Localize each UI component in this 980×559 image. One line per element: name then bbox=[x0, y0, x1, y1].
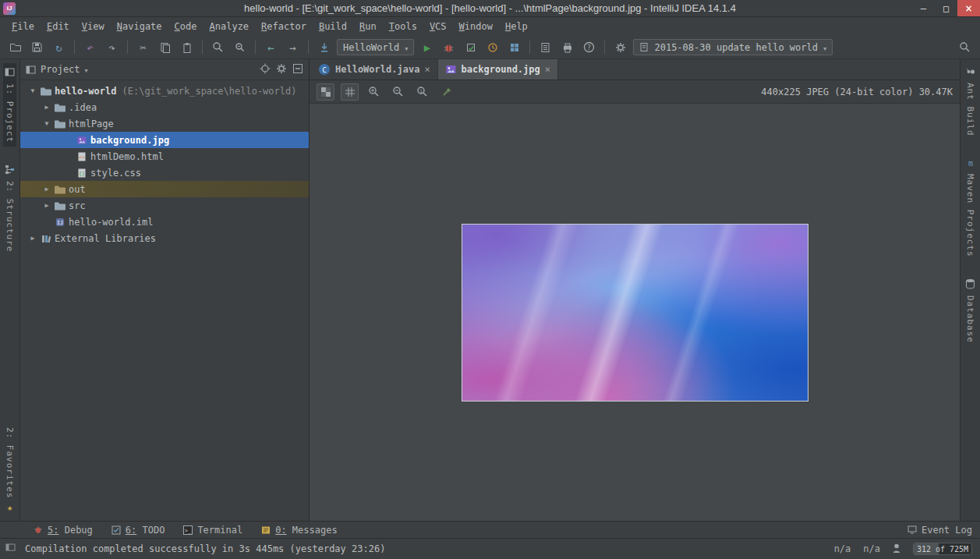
back-icon[interactable]: ← bbox=[262, 39, 280, 56]
encoding-indicator[interactable]: n/a bbox=[863, 543, 880, 554]
image-file-icon bbox=[445, 64, 457, 75]
menu-edit[interactable]: Edit bbox=[41, 19, 75, 34]
forward-icon[interactable]: → bbox=[284, 39, 302, 56]
replace-icon[interactable] bbox=[231, 39, 249, 56]
vcs-message-combo[interactable]: 2015-08-30 update hello world bbox=[633, 39, 833, 55]
paste-icon[interactable] bbox=[178, 39, 196, 56]
project-panel: Project hello-world (E:\git_work_space\h… bbox=[20, 59, 310, 521]
tool-button-project[interactable]: 1: Project bbox=[3, 63, 16, 147]
redo-icon[interactable]: ↷ bbox=[103, 39, 121, 56]
tree-item-idea-folder[interactable]: .idea bbox=[20, 99, 309, 115]
collapse-all-icon[interactable] bbox=[292, 63, 303, 76]
tab-label: HelloWorld.java bbox=[335, 64, 419, 75]
dashboard-grid-icon[interactable] bbox=[505, 39, 523, 56]
chevron-expanded-icon[interactable] bbox=[27, 87, 39, 94]
structure-tool-icon bbox=[5, 165, 15, 177]
menu-vcs[interactable]: VCS bbox=[424, 19, 452, 34]
run-config-combo[interactable]: HelloWorld bbox=[337, 39, 414, 55]
tree-item-htmlpage-folder[interactable]: htmlPage bbox=[20, 115, 309, 132]
menu-refactor[interactable]: Refactor bbox=[256, 19, 312, 34]
menu-window[interactable]: Window bbox=[454, 19, 498, 34]
locate-icon[interactable] bbox=[260, 63, 271, 76]
cut-icon[interactable]: ✂ bbox=[134, 39, 152, 56]
tool-button-maven-projects[interactable]: m Maven Projects bbox=[964, 154, 977, 261]
tree-item-style-css[interactable]: {} style.css bbox=[20, 165, 309, 181]
copy-icon[interactable] bbox=[156, 39, 174, 56]
chevron-collapsed-icon[interactable] bbox=[41, 202, 53, 209]
project-tool-icon bbox=[5, 67, 15, 80]
menu-code[interactable]: Code bbox=[169, 19, 203, 34]
tool-button-database[interactable]: Database bbox=[964, 274, 977, 347]
run-icon[interactable]: ▶ bbox=[418, 39, 436, 56]
debug-icon[interactable] bbox=[440, 39, 458, 56]
memory-label: 312 of 725M bbox=[917, 545, 968, 554]
search-everywhere-icon[interactable] bbox=[956, 39, 974, 56]
minimize-button[interactable] bbox=[912, 0, 935, 16]
coverage-icon[interactable] bbox=[462, 39, 479, 56]
grid-toggle-icon[interactable] bbox=[341, 83, 359, 101]
messages-icon bbox=[261, 525, 271, 535]
close-tab-icon[interactable] bbox=[424, 64, 430, 75]
menu-run[interactable]: Run bbox=[354, 19, 382, 34]
synchronize-icon[interactable]: ↻ bbox=[50, 39, 68, 56]
tool-button-favorites[interactable]: 2: Favorites bbox=[3, 423, 16, 517]
menu-tools[interactable]: Tools bbox=[384, 19, 423, 34]
tree-item-htmldemo-html[interactable]: <> htmlDemo.html bbox=[20, 148, 309, 165]
window-controls bbox=[912, 0, 980, 16]
tool-button-ant-build[interactable]: Ant Build bbox=[964, 63, 977, 140]
open-project-icon[interactable] bbox=[6, 39, 24, 56]
tool-button-label: Terminal bbox=[197, 525, 242, 536]
settings-gear-icon[interactable] bbox=[276, 63, 287, 76]
save-all-icon[interactable] bbox=[28, 39, 46, 56]
tree-item-hello-world-iml[interactable]: IJ hello-world.iml bbox=[20, 214, 309, 230]
tool-button-todo[interactable]: 6: TODO bbox=[104, 522, 172, 538]
chevron-collapsed-icon[interactable] bbox=[41, 104, 53, 111]
compile-icon[interactable] bbox=[315, 39, 333, 56]
tree-item-out-folder[interactable]: out bbox=[20, 181, 309, 197]
menu-build[interactable]: Build bbox=[313, 19, 352, 34]
undo-icon[interactable]: ↶ bbox=[81, 39, 99, 56]
chevron-collapsed-icon[interactable] bbox=[41, 186, 53, 193]
tab-background-jpg[interactable]: background.jpg bbox=[438, 59, 558, 80]
hide-tool-windows-icon[interactable] bbox=[5, 543, 16, 554]
event-log-button[interactable]: Event Log bbox=[907, 525, 972, 536]
maximize-button[interactable] bbox=[935, 0, 957, 16]
printer-icon[interactable] bbox=[558, 39, 576, 56]
tool-button-label: 0: Messages bbox=[275, 525, 337, 536]
menu-view[interactable]: View bbox=[76, 19, 110, 34]
line-separator-indicator[interactable]: n/a bbox=[834, 543, 851, 554]
tree-item-external-libraries[interactable]: External Libraries bbox=[20, 230, 309, 246]
zoom-in-icon[interactable] bbox=[365, 83, 383, 101]
tool-button-terminal[interactable]: >_ Terminal bbox=[176, 522, 249, 538]
settings-gear-icon[interactable] bbox=[611, 39, 629, 56]
tab-helloworld-java[interactable]: C HelloWorld.java bbox=[311, 59, 438, 80]
menu-navigate[interactable]: Navigate bbox=[111, 19, 168, 34]
chevron-collapsed-icon[interactable] bbox=[27, 235, 39, 242]
close-tab-icon[interactable] bbox=[545, 64, 550, 75]
tree-item-label: src bbox=[69, 200, 86, 211]
toolbar-separator bbox=[74, 41, 75, 54]
chevron-expanded-icon[interactable] bbox=[41, 120, 53, 127]
tree-item-hello-world[interactable]: hello-world (E:\git_work_space\hello-wor… bbox=[20, 83, 309, 99]
close-button[interactable] bbox=[957, 0, 980, 16]
zoom-out-icon[interactable] bbox=[389, 83, 407, 101]
menu-help[interactable]: Help bbox=[500, 19, 533, 34]
tool-button-debug[interactable]: 5: Debug bbox=[27, 522, 100, 538]
menu-analyze[interactable]: Analyze bbox=[204, 19, 255, 34]
hector-icon[interactable] bbox=[893, 543, 900, 555]
memory-indicator[interactable]: 312 of 725M bbox=[913, 543, 972, 555]
profiler-icon[interactable] bbox=[483, 39, 501, 56]
tree-item-label: out bbox=[69, 184, 86, 195]
transparency-checkerboard-icon[interactable] bbox=[317, 83, 334, 101]
color-picker-icon[interactable] bbox=[437, 83, 455, 101]
page-icon[interactable] bbox=[536, 39, 554, 56]
tool-button-structure[interactable]: 2: Structure bbox=[3, 161, 16, 256]
tree-item-background-jpg[interactable]: background.jpg bbox=[20, 132, 309, 148]
menu-file[interactable]: File bbox=[6, 19, 40, 34]
project-view-combo[interactable]: Project bbox=[26, 64, 88, 75]
find-icon[interactable] bbox=[209, 39, 227, 56]
actual-size-icon[interactable]: 1 bbox=[413, 83, 431, 101]
tool-button-messages[interactable]: 0: Messages bbox=[254, 522, 344, 538]
help-icon[interactable]: ? bbox=[580, 39, 598, 56]
tree-item-src-folder[interactable]: src bbox=[20, 197, 309, 214]
